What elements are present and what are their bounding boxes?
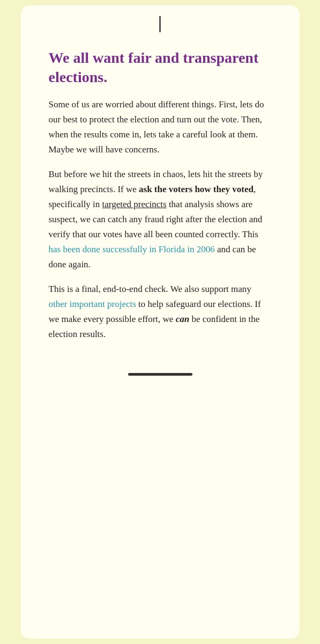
- florida-2006-link[interactable]: has been done successfully in Florida in…: [49, 244, 215, 254]
- paragraph-3: This is a final, end-to-end check. We al…: [49, 282, 272, 342]
- main-heading: We all want fair and transparent electio…: [49, 48, 272, 87]
- p3-intro: This is a final, end-to-end check. We al…: [49, 284, 251, 294]
- phone-card: We all want fair and transparent electio…: [21, 5, 300, 639]
- bottom-bar: [128, 373, 192, 376]
- content-area: We all want fair and transparent electio…: [21, 43, 300, 362]
- paragraph-1: Some of us are worried about different t…: [49, 97, 272, 157]
- top-indicator: [159, 16, 161, 32]
- paragraph-2: But before we hit the streets in chaos, …: [49, 167, 272, 272]
- p2-bold: ask the voters how they voted: [139, 184, 254, 194]
- p2-targeted-precincts: targeted precincts: [102, 199, 167, 209]
- p3-can: can: [176, 314, 190, 324]
- other-projects-link[interactable]: other important projects: [49, 299, 136, 309]
